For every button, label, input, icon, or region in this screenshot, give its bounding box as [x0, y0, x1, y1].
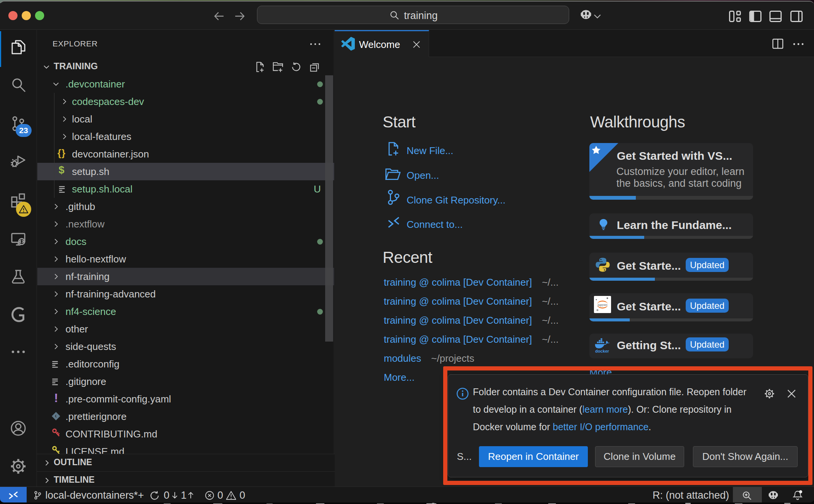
- svg-text:jupyter: jupyter: [597, 303, 608, 307]
- svg-text:docker: docker: [595, 349, 609, 353]
